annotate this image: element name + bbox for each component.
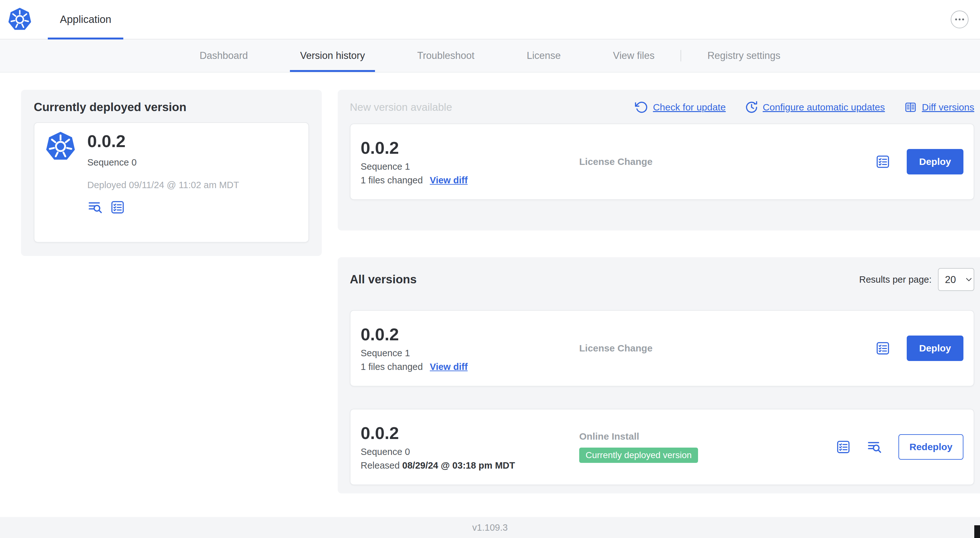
- version-source: Online Install: [579, 431, 835, 442]
- version-row: 0.0.2 Sequence 0 Released 08/29/24 @ 03:…: [350, 409, 974, 485]
- console-version: v1.109.3: [472, 522, 508, 533]
- version-sequence: Sequence 1: [361, 348, 579, 359]
- page: Application Dashboard Version history Tr…: [0, 0, 980, 538]
- results-per-page-label: Results per page:: [859, 275, 932, 285]
- new-version-title: New version available: [350, 101, 452, 113]
- release-notes-icon[interactable]: [87, 199, 103, 215]
- version-number: 0.0.2: [361, 138, 579, 157]
- tab-license[interactable]: License: [517, 40, 571, 72]
- preflight-checks-icon[interactable]: [875, 340, 891, 356]
- diff-icon: [904, 101, 917, 114]
- currently-deployed-card: 0.0.2 Sequence 0 Deployed 09/11/24 @ 11:…: [34, 122, 309, 243]
- check-for-update-link[interactable]: Check for update: [635, 101, 725, 114]
- tab-troubleshoot[interactable]: Troubleshoot: [407, 40, 485, 72]
- kubernetes-logo-icon: [8, 7, 32, 32]
- files-changed-label: 1 files changed: [361, 175, 423, 186]
- version-source: License Change: [579, 156, 875, 167]
- new-version-panel: New version available Check for update: [338, 90, 980, 230]
- version-number: 0.0.2: [361, 423, 579, 443]
- currently-deployed-badge: Currently deployed version: [579, 448, 698, 463]
- files-changed-label: 1 files changed: [361, 362, 423, 372]
- footer: v1.109.3: [0, 517, 980, 538]
- main-content: Currently deployed version: [0, 73, 980, 494]
- all-versions-title: All versions: [350, 273, 417, 286]
- ellipsis-icon: [955, 18, 965, 21]
- preflight-checks-icon[interactable]: [110, 199, 126, 215]
- tab-application-label: Application: [60, 13, 111, 25]
- right-column: New version available Check for update: [338, 90, 980, 494]
- clock-arrow-icon: [745, 101, 758, 114]
- version-number: 0.0.2: [361, 324, 579, 344]
- currently-deployed-title: Currently deployed version: [34, 101, 309, 114]
- deploy-button[interactable]: Deploy: [907, 149, 963, 175]
- version-sequence: Sequence 0: [361, 447, 579, 457]
- tab-view-files[interactable]: View files: [603, 40, 665, 72]
- overflow-menu-button[interactable]: [951, 11, 969, 29]
- version-sequence: Sequence 1: [361, 161, 579, 172]
- currently-deployed-panel: Currently deployed version: [21, 90, 322, 256]
- version-source: License Change: [579, 343, 875, 354]
- version-actions: Check for update Configure automatic upd…: [635, 101, 974, 114]
- current-deployed-timestamp: Deployed 09/11/24 @ 11:02 am MDT: [87, 180, 239, 190]
- tab-dashboard[interactable]: Dashboard: [189, 40, 258, 72]
- deploy-button[interactable]: Deploy: [907, 335, 963, 361]
- current-version-info: 0.0.2 Sequence 0 Deployed 09/11/24 @ 11:…: [87, 131, 239, 234]
- nav-divider: [681, 50, 681, 62]
- tab-registry-settings[interactable]: Registry settings: [697, 40, 791, 72]
- tab-application[interactable]: Application: [48, 0, 123, 39]
- redeploy-button[interactable]: Redeploy: [899, 434, 963, 460]
- refresh-icon: [635, 101, 648, 114]
- preflight-checks-icon[interactable]: [875, 154, 891, 170]
- view-diff-link[interactable]: View diff: [430, 362, 468, 372]
- new-version-card: 0.0.2 Sequence 1 1 files changed View di…: [350, 124, 974, 200]
- view-diff-link[interactable]: View diff: [430, 175, 468, 186]
- all-versions-panel: All versions Results per page: 20 0.0.2 …: [338, 257, 980, 494]
- current-sequence: Sequence 0: [87, 157, 239, 168]
- results-per-page-select[interactable]: 20: [938, 268, 974, 291]
- app-subnav: Dashboard Version history Troubleshoot L…: [0, 40, 980, 73]
- top-bar: Application: [0, 0, 980, 40]
- version-rows: 0.0.2 Sequence 1 1 files changed View di…: [350, 300, 974, 485]
- released-timestamp: Released 08/29/24 @ 03:18 pm MDT: [361, 460, 579, 471]
- tab-version-history[interactable]: Version history: [290, 40, 375, 72]
- configure-automatic-updates-link[interactable]: Configure automatic updates: [745, 101, 885, 114]
- current-version-number: 0.0.2: [87, 131, 239, 151]
- release-notes-icon[interactable]: [867, 439, 883, 455]
- scrollbar-thumb[interactable]: [974, 525, 980, 538]
- diff-versions-link[interactable]: Diff versions: [904, 101, 974, 114]
- kubernetes-app-icon: [45, 131, 76, 162]
- preflight-checks-icon[interactable]: [835, 439, 851, 455]
- active-tab-underline: [48, 38, 123, 40]
- current-version-actions: [87, 199, 239, 215]
- version-row: 0.0.2 Sequence 1 1 files changed View di…: [350, 310, 974, 386]
